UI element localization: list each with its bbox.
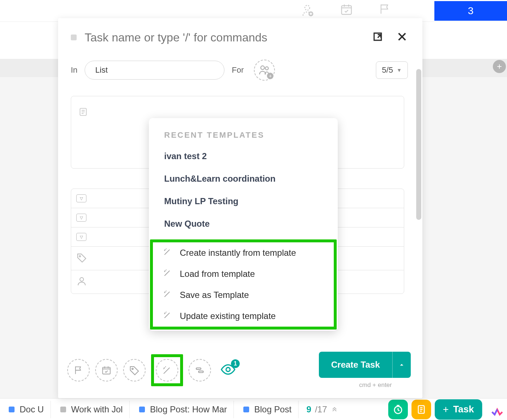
add-assignee-icon: + xyxy=(267,73,273,79)
status-dot xyxy=(139,407,145,412)
counter-current: 9 xyxy=(307,404,311,415)
wand-icon xyxy=(163,247,172,258)
template-popover: RECENT TEMPLATES ivan test 2 Lunch&Learn… xyxy=(149,118,338,331)
subtask-expand-icon[interactable]: ▽ xyxy=(76,194,86,202)
shortcut-hint: cmd + enter xyxy=(319,381,392,389)
template-item[interactable]: ivan test 2 xyxy=(149,145,338,167)
scrollbar[interactable] xyxy=(416,69,421,220)
chevron-up-icon xyxy=(331,404,338,415)
svg-point-6 xyxy=(79,255,81,257)
svg-point-12 xyxy=(226,368,230,372)
tag-button[interactable] xyxy=(123,359,146,381)
subtask-count[interactable]: 5/5 ▼ xyxy=(376,61,408,79)
action-label: Create instantly from template xyxy=(180,248,296,258)
save-as-template-button[interactable]: Save as Template xyxy=(153,284,334,306)
task-name-input[interactable] xyxy=(85,31,359,44)
template-button-highlight xyxy=(151,354,183,386)
date-button[interactable] xyxy=(95,359,118,381)
status-dot xyxy=(9,407,15,412)
action-label: Load from template xyxy=(180,269,255,279)
timer-button[interactable] xyxy=(388,400,408,419)
subtask-expand-icon[interactable]: ▽ xyxy=(76,233,86,241)
status-dot xyxy=(60,407,66,412)
bottom-tab[interactable]: Blog Post: How Mar xyxy=(133,401,234,418)
bottom-tab[interactable]: Blog Post xyxy=(237,401,299,418)
close-icon[interactable] xyxy=(396,31,408,44)
priority-button[interactable] xyxy=(67,359,90,381)
create-task-modal: In List For + 5/5 ▼ xyxy=(58,18,422,398)
assignee-button[interactable]: + xyxy=(254,60,275,81)
tab-label: Blog Post: How Mar xyxy=(150,404,227,415)
status-indicator[interactable] xyxy=(71,35,77,40)
calendar-icon xyxy=(340,3,353,19)
create-task-label: Create Task xyxy=(319,352,393,378)
action-label: Save as Template xyxy=(180,290,249,300)
add-user-icon xyxy=(300,3,315,19)
description-icon xyxy=(78,112,88,118)
caret-down-icon: ▼ xyxy=(397,67,402,73)
person-icon xyxy=(76,276,87,288)
add-icon[interactable]: + xyxy=(493,60,506,73)
in-label: In xyxy=(71,65,77,75)
task-button-label: Task xyxy=(453,404,474,415)
create-task-button[interactable]: Create Task xyxy=(319,352,411,378)
wand-icon xyxy=(163,268,172,279)
subtask-expand-icon[interactable]: ▽ xyxy=(76,214,86,222)
template-item[interactable]: Lunch&Learn coordination xyxy=(149,167,338,190)
list-selector[interactable]: List xyxy=(85,61,224,80)
bottom-bar: Doc U Work with Jol Blog Post: How Mar B… xyxy=(0,398,507,420)
wand-icon xyxy=(163,290,172,300)
tab-counter[interactable]: 9/17 xyxy=(301,404,343,415)
flag-icon xyxy=(378,3,391,19)
bottom-tab[interactable]: Work with Jol xyxy=(54,401,130,418)
watchers-button[interactable]: 1 xyxy=(220,362,236,379)
notepad-button[interactable] xyxy=(411,400,431,419)
tag-icon xyxy=(76,252,87,264)
load-from-template-button[interactable]: Load from template xyxy=(153,263,334,284)
counter-total: /17 xyxy=(315,404,327,415)
popover-section-title: RECENT TEMPLATES xyxy=(149,126,338,145)
tab-label: Blog Post xyxy=(254,404,292,415)
create-from-template-button[interactable]: Create instantly from template xyxy=(153,242,334,263)
template-item[interactable]: Mutiny LP Testing xyxy=(149,190,338,213)
for-label: For xyxy=(232,65,244,75)
template-item[interactable]: New Quote xyxy=(149,213,338,235)
new-task-button[interactable]: + Task xyxy=(435,399,482,420)
header-count-badge[interactable]: 3 xyxy=(434,1,507,21)
open-external-icon[interactable] xyxy=(372,31,384,44)
svg-rect-11 xyxy=(199,371,203,372)
subtask-count-text: 5/5 xyxy=(382,65,393,75)
wand-icon xyxy=(163,311,172,322)
dependency-button[interactable] xyxy=(188,359,211,381)
svg-point-4 xyxy=(265,67,268,70)
action-label: Update existing template xyxy=(180,311,276,321)
tab-label: Work with Jol xyxy=(71,404,123,415)
svg-point-0 xyxy=(305,5,309,10)
template-button[interactable] xyxy=(156,359,178,381)
update-existing-template-button[interactable]: Update existing template xyxy=(153,306,334,327)
bottom-tab[interactable]: Doc U xyxy=(2,401,51,418)
svg-rect-2 xyxy=(342,5,352,14)
tab-label: Doc U xyxy=(20,404,44,415)
svg-rect-8 xyxy=(103,367,110,374)
svg-point-3 xyxy=(261,66,264,69)
clickup-logo-icon[interactable] xyxy=(490,402,505,417)
watchers-count-badge: 1 xyxy=(231,359,240,368)
svg-rect-10 xyxy=(196,368,201,369)
svg-point-9 xyxy=(132,368,133,369)
status-dot xyxy=(243,407,249,412)
template-actions-highlight: Create instantly from template Load from… xyxy=(150,239,337,330)
create-task-caret[interactable] xyxy=(393,352,411,378)
svg-point-7 xyxy=(80,278,84,281)
